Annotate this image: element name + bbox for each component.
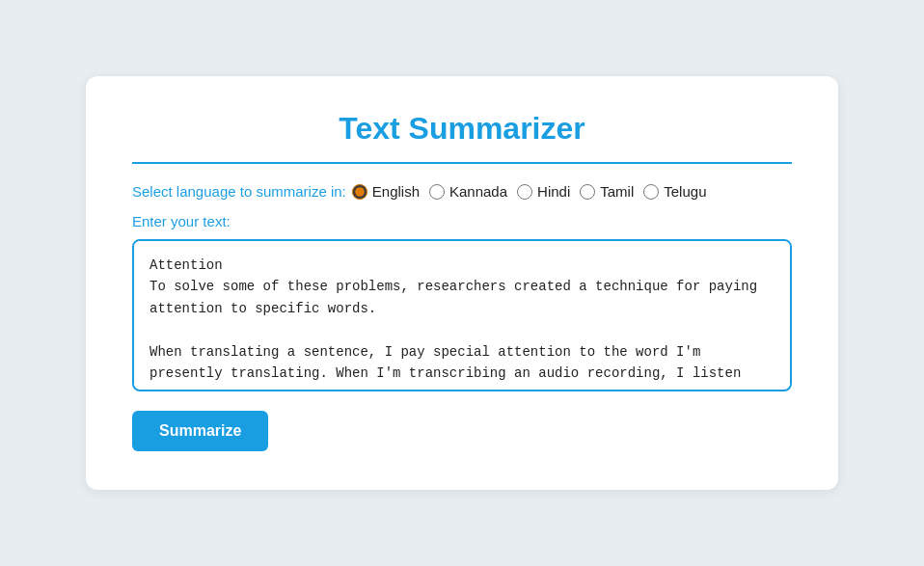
- radio-telugu-label[interactable]: Telugu: [664, 183, 706, 200]
- summarize-button[interactable]: Summarize: [132, 411, 268, 451]
- textarea-wrapper: [132, 239, 792, 391]
- radio-kannada[interactable]: [429, 184, 445, 200]
- radio-telugu[interactable]: [643, 184, 659, 200]
- title-divider: [132, 162, 792, 164]
- radio-tamil[interactable]: [580, 184, 595, 200]
- page-title: Text Summarizer: [132, 111, 792, 147]
- language-row: Select language to summarize in: English…: [132, 183, 792, 200]
- radio-item-tamil[interactable]: Tamil: [580, 183, 634, 200]
- main-card: Text Summarizer Select language to summa…: [86, 76, 838, 490]
- text-input[interactable]: [134, 241, 790, 386]
- text-input-label: Enter your text:: [132, 213, 792, 229]
- radio-english-label[interactable]: English: [372, 183, 420, 200]
- radio-hindi-label[interactable]: Hindi: [537, 183, 570, 200]
- radio-item-telugu[interactable]: Telugu: [643, 183, 706, 200]
- radio-kannada-label[interactable]: Kannada: [449, 183, 507, 200]
- radio-item-kannada[interactable]: Kannada: [429, 183, 507, 200]
- language-label: Select language to summarize in:: [132, 183, 346, 200]
- radio-hindi[interactable]: [517, 184, 532, 200]
- language-radio-group: English Kannada Hindi Tamil Telugu: [352, 183, 707, 200]
- radio-item-english[interactable]: English: [352, 183, 420, 200]
- radio-english[interactable]: [352, 184, 367, 200]
- radio-tamil-label[interactable]: Tamil: [600, 183, 634, 200]
- radio-item-hindi[interactable]: Hindi: [517, 183, 570, 200]
